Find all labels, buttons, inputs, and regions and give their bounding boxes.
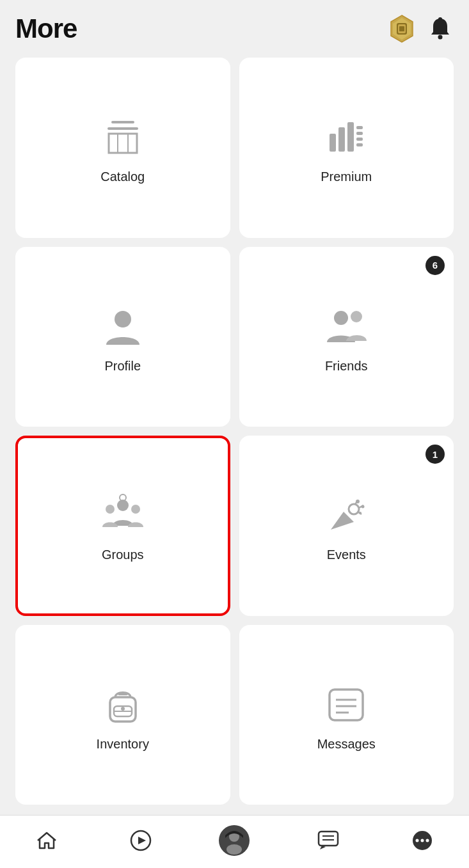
svg-rect-12 <box>356 126 363 129</box>
events-badge: 1 <box>425 445 445 464</box>
svg-point-18 <box>351 311 362 322</box>
events-icon <box>323 493 369 539</box>
svg-point-24 <box>349 504 359 514</box>
events-card[interactable]: 1 Events <box>239 436 454 616</box>
svg-rect-6 <box>438 17 442 20</box>
svg-point-21 <box>131 505 140 514</box>
groups-label: Groups <box>102 548 144 562</box>
more-icon <box>411 829 434 852</box>
svg-rect-11 <box>347 122 354 152</box>
bell-icon[interactable] <box>427 15 454 42</box>
play-icon <box>129 829 152 852</box>
events-label: Events <box>327 548 366 562</box>
svg-point-50 <box>420 839 424 842</box>
svg-rect-15 <box>356 143 363 146</box>
svg-rect-32 <box>118 692 128 695</box>
svg-point-20 <box>106 505 115 514</box>
svg-point-51 <box>425 839 429 842</box>
header: More <box>0 0 469 52</box>
svg-marker-41 <box>138 837 146 844</box>
svg-rect-45 <box>319 832 338 846</box>
svg-marker-23 <box>331 512 354 530</box>
groups-card[interactable]: Groups <box>15 436 230 616</box>
svg-point-44 <box>227 844 242 855</box>
svg-point-17 <box>334 311 348 325</box>
nav-home[interactable] <box>28 825 66 856</box>
robux-icon[interactable] <box>386 13 418 45</box>
svg-rect-9 <box>330 134 336 152</box>
inventory-label: Inventory <box>97 737 149 752</box>
premium-label: Premium <box>321 170 372 184</box>
messages-label: Messages <box>317 737 376 752</box>
groups-icon <box>100 493 146 539</box>
svg-rect-36 <box>330 690 363 720</box>
messages-icon <box>323 682 369 728</box>
svg-point-49 <box>415 839 418 842</box>
svg-rect-13 <box>356 132 363 135</box>
catalog-label: Catalog <box>100 170 145 184</box>
messages-card[interactable]: Messages <box>239 625 454 805</box>
svg-point-16 <box>115 311 131 327</box>
friends-badge: 6 <box>425 256 445 275</box>
svg-point-35 <box>121 707 125 711</box>
page-title: More <box>15 13 77 44</box>
nav-more[interactable] <box>403 825 441 856</box>
svg-point-5 <box>438 35 443 40</box>
friends-label: Friends <box>325 359 368 374</box>
nav-avatar[interactable] <box>215 825 253 856</box>
premium-card[interactable]: Premium <box>239 58 454 238</box>
chat-icon <box>317 829 340 852</box>
svg-rect-14 <box>356 138 363 141</box>
header-actions <box>386 13 454 45</box>
bottom-nav <box>0 815 469 868</box>
catalog-icon <box>100 114 146 161</box>
home-icon <box>35 829 58 852</box>
nav-play[interactable] <box>122 825 160 856</box>
profile-card[interactable]: Profile <box>15 247 230 427</box>
avatar[interactable] <box>219 825 250 856</box>
svg-rect-10 <box>338 127 345 152</box>
svg-rect-7 <box>111 121 134 123</box>
inventory-card[interactable]: Inventory <box>15 625 230 805</box>
friends-card[interactable]: 6 Friends <box>239 247 454 427</box>
premium-icon <box>323 114 369 161</box>
svg-rect-4 <box>399 26 404 31</box>
catalog-card[interactable]: Catalog <box>15 58 230 238</box>
svg-rect-8 <box>107 127 138 130</box>
profile-label: Profile <box>104 359 141 374</box>
inventory-icon <box>100 682 146 728</box>
friends-icon <box>323 304 369 350</box>
nav-chat[interactable] <box>309 825 347 856</box>
profile-icon <box>100 304 146 350</box>
menu-grid: Catalog Premium Profile 6 <box>0 52 469 815</box>
